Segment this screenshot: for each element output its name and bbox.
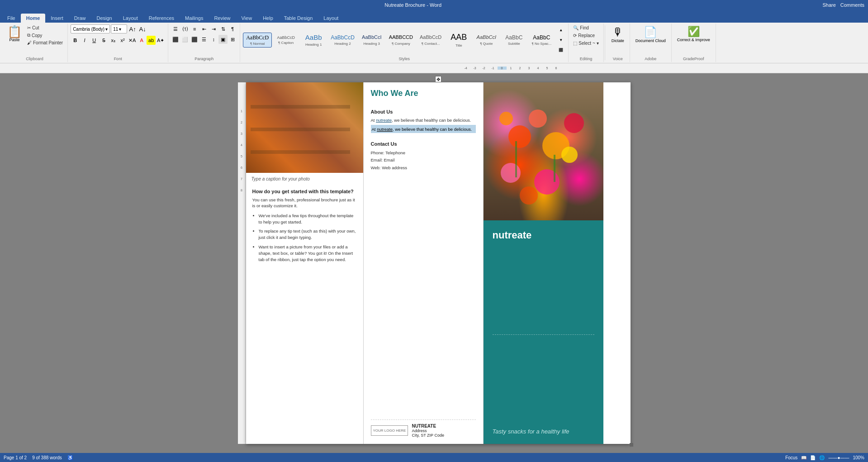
paste-button[interactable]: 📋 Paste [5, 24, 24, 43]
style-contact[interactable]: AaBbCcD ¶ Contact... [417, 33, 445, 47]
bullet-item-3[interactable]: Want to insert a picture from your files… [259, 244, 357, 263]
align-center-button[interactable]: ⬜ [180, 35, 190, 44]
table-move-handle[interactable]: ✥ [435, 76, 441, 82]
style-subtitle[interactable]: AaBbC Subtitle [500, 33, 527, 48]
sort-button[interactable]: ⇅ [218, 24, 228, 33]
zoom-slider[interactable]: ——●—— [828, 455, 849, 460]
zoom-level[interactable]: 100% [853, 455, 864, 460]
tab-help[interactable]: Help [257, 14, 279, 23]
style-heading2[interactable]: AaBbCcD Heading 2 [327, 33, 358, 48]
logo-placeholder[interactable]: YOUR LOGO HERE [371, 425, 408, 436]
increase-indent-button[interactable]: ⇥ [209, 24, 218, 33]
styles-scroll-up[interactable]: ▲ [556, 26, 565, 35]
tab-design[interactable]: Design [91, 14, 117, 23]
style-normal[interactable]: AaBbCcD ¶ Normal [243, 33, 272, 48]
tab-layout2[interactable]: Layout [318, 14, 344, 23]
focus-button[interactable]: Focus [785, 455, 797, 460]
tab-home[interactable]: Home [21, 14, 46, 23]
tab-mailings[interactable]: Mailings [180, 14, 209, 23]
style-nospace[interactable]: AaBbC ¶ No Spac... [528, 33, 555, 48]
tab-layout[interactable]: Layout [118, 14, 143, 23]
font-color-button[interactable]: A [137, 36, 146, 45]
replace-button[interactable]: ⟳ Replace [571, 32, 597, 39]
bullet-item-1[interactable]: We've included a few tips throughout the… [259, 213, 357, 226]
justify-button[interactable]: ☰ [199, 35, 209, 44]
left-panel-intro[interactable]: You can use this fresh, professional bro… [252, 197, 357, 209]
align-left-button[interactable]: ⬛ [171, 35, 180, 44]
subscript-button[interactable]: x₂ [109, 36, 118, 45]
about-us-text[interactable]: At nutreate, we believe that healthy can… [371, 117, 476, 123]
dictate-button[interactable]: 🎙 Dictate [609, 24, 627, 44]
bullets-button[interactable]: ☰ [171, 24, 180, 33]
strikethrough-button[interactable]: S̶ [99, 36, 108, 45]
company-name[interactable]: NUTREATE [412, 424, 444, 429]
brand-tagline[interactable]: Tasty snacks for a healthy life [493, 428, 594, 435]
highlight-button[interactable]: ab [147, 36, 156, 45]
find-button[interactable]: 🔍 Find [571, 24, 590, 31]
format-painter-button[interactable]: 🖌 Format Painter [25, 39, 65, 46]
tab-file[interactable]: File [2, 14, 21, 23]
borders-button[interactable]: ⊞ [228, 35, 237, 44]
decrease-font-button[interactable]: A↓ [138, 24, 147, 33]
share-button[interactable]: Share [822, 2, 835, 8]
view-mode-print[interactable]: 📄 [810, 455, 816, 460]
numbering-button[interactable]: ⑴ [180, 24, 190, 33]
styles-expand[interactable]: ⬛ [556, 46, 565, 55]
adobe-button[interactable]: 📄 Document Cloud [633, 24, 669, 44]
web-info[interactable]: Web: Web address [371, 164, 476, 171]
font-size-selector[interactable]: 11 ▾ [111, 24, 127, 33]
increase-font-button[interactable]: A↑ [128, 24, 137, 33]
bullet-item-2[interactable]: To replace any tip text (such as this) w… [259, 228, 357, 241]
voice-group: 🎙 Dictate Voice [606, 24, 630, 62]
phone-info[interactable]: Phone: Telephone [371, 149, 476, 157]
view-mode-web[interactable]: 🌐 [819, 455, 825, 460]
tab-insert[interactable]: Insert [45, 14, 69, 23]
italic-button[interactable]: I [80, 36, 89, 45]
brochure-left-panel: Type a caption for your photo How do you… [246, 82, 364, 444]
style-heading1[interactable]: AaBb Heading 1 [300, 32, 327, 48]
about-us-heading[interactable]: About Us [371, 109, 476, 114]
left-panel-heading[interactable]: How do you get started with this templat… [252, 189, 357, 194]
table-resize-handle[interactable] [630, 443, 633, 447]
style-caption-label: ¶ Caption [278, 41, 294, 45]
text-effects-button[interactable]: A✦ [156, 36, 165, 45]
correct-improve-button[interactable]: ✅ Correct & Improve [674, 24, 713, 43]
style-caption[interactable]: AaBbCcD ¶ Caption [272, 33, 299, 47]
clear-format-button[interactable]: ✕A [128, 36, 137, 45]
tab-references[interactable]: References [143, 14, 180, 23]
who-we-are-title[interactable]: Who We Are [371, 89, 476, 98]
underline-button[interactable]: U [90, 36, 99, 45]
copy-button[interactable]: ⧉ Copy [25, 32, 65, 39]
style-quote[interactable]: AaBbCcI ¶ Quote [473, 33, 500, 47]
tab-review[interactable]: Review [209, 14, 236, 23]
style-company[interactable]: AABBCCD ¶ Company [386, 33, 416, 47]
font-name-selector[interactable]: Cambria (Body) ▾ [71, 24, 110, 33]
comments-button[interactable]: Comments [840, 2, 864, 8]
superscript-button[interactable]: x² [118, 36, 127, 45]
cut-button[interactable]: ✂ Cut [25, 24, 65, 31]
multilevel-button[interactable]: ≡ [190, 24, 199, 33]
company-city-state[interactable]: City, ST ZIP Code [412, 433, 444, 438]
styles-scroll-down[interactable]: ▼ [556, 36, 565, 45]
bold-button[interactable]: B [71, 36, 80, 45]
decrease-indent-button[interactable]: ⇤ [199, 24, 209, 33]
email-info[interactable]: Email: Email [371, 157, 476, 164]
tab-draw[interactable]: Draw [69, 14, 91, 23]
company-address[interactable]: Address [412, 429, 444, 433]
contact-us-heading[interactable]: Contact Us [371, 141, 476, 147]
align-right-button[interactable]: ⬛ [190, 35, 199, 44]
show-marks-button[interactable]: ¶ [228, 24, 237, 33]
photo-caption[interactable]: Type a caption for your photo [246, 173, 363, 185]
status-left: Page 1 of 2 9 of 388 words ♿ [4, 455, 73, 460]
shading-button[interactable]: ▣ [218, 35, 228, 44]
tab-table-design[interactable]: Table Design [279, 14, 318, 23]
line-spacing-button[interactable]: ↕ [209, 35, 218, 44]
style-heading3[interactable]: AaBbCcI Heading 3 [358, 33, 385, 47]
svg-rect-0 [251, 105, 350, 109]
tab-view[interactable]: View [236, 14, 257, 23]
view-mode-read[interactable]: 📖 [801, 455, 806, 460]
accessibility-icon[interactable]: ♿ [67, 455, 73, 460]
brand-name[interactable]: nutreate [493, 229, 594, 241]
select-button[interactable]: ⬚ Select ~ ▾ [571, 40, 600, 47]
style-title[interactable]: AAB Title [445, 31, 472, 49]
